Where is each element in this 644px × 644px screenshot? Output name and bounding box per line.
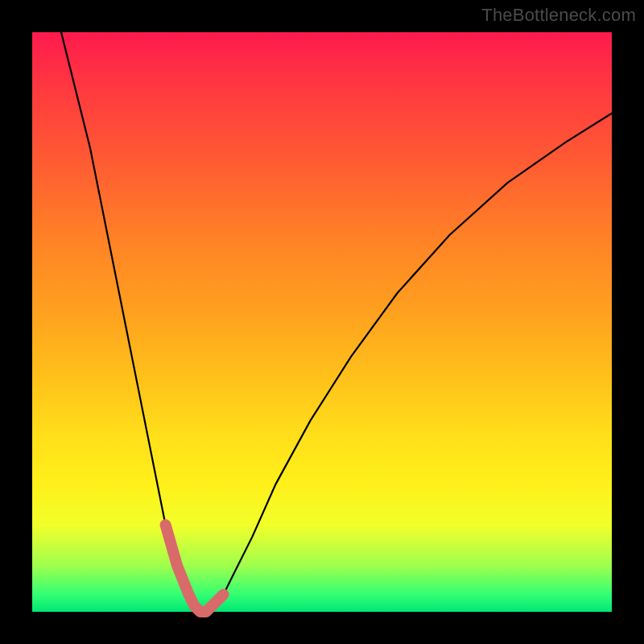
chart-frame: TheBottleneck.com [0, 0, 644, 644]
bottleneck-curve-line [61, 32, 612, 612]
watermark-text: TheBottleneck.com [481, 5, 636, 26]
marker-region-line [166, 525, 224, 612]
curve-svg [32, 32, 612, 612]
plot-area [32, 32, 612, 612]
